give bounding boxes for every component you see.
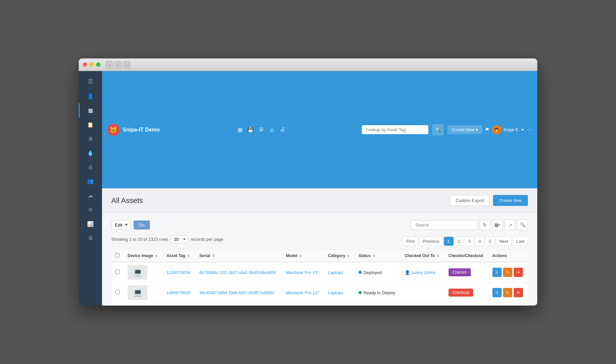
header-asset-tag[interactable]: Asset Tag ⇅ [162, 250, 195, 262]
status-cell: Ready to Deploy [355, 283, 401, 303]
share-icon[interactable]: ⋯ [527, 127, 532, 133]
header-checked-out-to[interactable]: Checked Out To ⇅ [401, 250, 445, 262]
prev-page-button[interactable]: Previous [419, 237, 443, 246]
minimize-button[interactable] [89, 62, 94, 67]
forward-button[interactable]: › [114, 61, 122, 68]
category-cell: Laptops [324, 262, 355, 283]
delete-button[interactable]: ✕ [514, 268, 523, 277]
actions-cell: ⎘ ✎ ✕ [488, 283, 528, 303]
custom-export-button[interactable]: Custom Export [450, 195, 490, 206]
sidebar-item-monitor[interactable]: 🖥 [79, 231, 102, 245]
action-buttons: ⎘ ✎ ✕ [492, 268, 524, 277]
edit-button[interactable]: ✎ [503, 268, 512, 277]
header-checkin-checkout: Checkin/Checkout [445, 250, 488, 262]
header-serial[interactable]: Serial ⇅ [195, 250, 282, 262]
asset-tag-link[interactable]: 1486679526 [166, 290, 190, 295]
checked-out-link[interactable]: 👤 Joany Johns [405, 270, 436, 275]
delete-button[interactable]: ✕ [514, 288, 523, 297]
last-page-button[interactable]: Last [512, 237, 528, 246]
sidebar-item-licenses[interactable]: 📋 [79, 118, 102, 132]
search-input[interactable] [411, 220, 477, 230]
per-page-select[interactable]: 20 50 100 [171, 235, 188, 243]
app-body: ☰ 👤 ▦ 📋 🖥 💧 🖨 👥 ☁ [79, 71, 537, 306]
nav-icon-print[interactable]: 🖨 [280, 127, 285, 133]
columns-button[interactable]: ▦ ▾ [492, 220, 503, 230]
download-export-button[interactable]: ↓ ▾ [505, 220, 515, 230]
page-4-button[interactable]: 4 [475, 237, 484, 246]
serial-link[interactable]: 8b7908bb-1101-3b27-a3a1-86d5536e0854 [199, 270, 276, 275]
sidebar-item-people[interactable]: 👥 [79, 174, 102, 188]
page-3-button[interactable]: 3 [464, 237, 474, 246]
sidebar-item-accessories[interactable]: 🖥 [79, 132, 102, 146]
serial-cell: 49cd0487-0994-39d6-b967-b93f57a48982 [195, 283, 282, 303]
nav-icon-screen[interactable]: 🖥 [258, 127, 264, 133]
model-link[interactable]: Macbook Pro 13" [286, 270, 319, 275]
sidebar-toggle[interactable]: ☰ [79, 74, 102, 89]
page-2-button[interactable]: 2 [454, 237, 464, 246]
next-page-button[interactable]: Next [496, 237, 512, 246]
sidebar-item-consumables[interactable]: 💧 [79, 146, 102, 160]
user-avatar: 🧑 [492, 125, 501, 135]
page-5-button[interactable]: 5 [485, 237, 495, 246]
header-actions: Actions [488, 250, 528, 262]
asset-tag-link[interactable]: 1226076034 [166, 270, 190, 275]
copy-button[interactable]: ⎘ [492, 268, 502, 277]
sidebar-item-upload[interactable]: ☁ [79, 188, 102, 203]
row-checkbox[interactable] [115, 290, 120, 294]
sidebar-item-assets[interactable]: ▦ [79, 103, 102, 118]
asset-tag-cell: 245034194 [162, 303, 195, 306]
sort-icon-status: ⇅ [372, 254, 375, 258]
user-menu[interactable]: 🧑 Snipe E. ▾ [492, 125, 524, 135]
category-link[interactable]: Laptops [328, 290, 343, 295]
category-link[interactable]: Laptops [328, 270, 343, 275]
nav-icon-drop[interactable]: 💧 [268, 127, 275, 133]
sort-icon-asset-tag: ⇅ [187, 254, 190, 258]
header-model[interactable]: Model ⇅ [282, 250, 324, 262]
first-page-button[interactable]: First [403, 237, 418, 246]
refresh-button[interactable]: ↻ [479, 220, 490, 230]
main-content: All Assets Custom Export Create New Edit [102, 188, 537, 306]
create-new-nav-button[interactable]: Create New ▾ [448, 125, 482, 134]
flag-icon[interactable]: ⚑ [485, 127, 489, 133]
download-export-icon: ↓ [508, 222, 510, 228]
device-image-cell: 💻 [124, 262, 162, 283]
people-icon: 👥 [87, 178, 94, 184]
checkin-button[interactable]: Checkin [449, 268, 471, 276]
table-body: 💻 1226076034 8b7908bb-1101-3b27-a3a1-86d… [111, 262, 528, 306]
back-button[interactable]: ‹ [106, 61, 113, 68]
row-checkbox[interactable] [115, 270, 120, 274]
row-checkbox-cell [111, 262, 124, 283]
sidebar-item-settings[interactable]: ⚙ [79, 203, 102, 217]
copy-button[interactable]: ⎘ [492, 288, 502, 297]
sidebar-item-reports[interactable]: 📊 [79, 217, 102, 231]
checkin-checkout-cell: Checkout [445, 303, 488, 306]
checkout-button[interactable]: Checkout [449, 289, 473, 297]
bulk-action-select[interactable]: Edit [111, 220, 131, 230]
user-dropdown-icon: ▾ [522, 127, 524, 132]
asset-tag-cell: 1226076034 [162, 262, 195, 283]
maximize-button[interactable] [96, 62, 100, 67]
serial-link[interactable]: 49cd0487-0994-39d6-b967-b93f57a48982 [199, 291, 274, 295]
download-button[interactable]: ↓ [123, 61, 130, 68]
header-status[interactable]: Status ⇅ [355, 250, 401, 262]
edit-button[interactable]: ✎ [503, 288, 512, 297]
nav-icon-dashboard[interactable]: ▦ [238, 127, 243, 133]
header-category[interactable]: Category ⇅ [324, 250, 355, 262]
checked-out-cell: 👤 Joany Johns [401, 262, 445, 283]
sidebar-item-printers[interactable]: 🖨 [79, 160, 102, 174]
page-1-button[interactable]: 1 [444, 237, 454, 246]
status-dot [359, 291, 362, 294]
table-search-button[interactable]: 🔍 [517, 220, 528, 230]
records-info: Showing 1 to 20 of 1323 rows 20 50 100 r… [111, 235, 224, 243]
nav-icons: ▦ 💾 🖥 💧 🖨 [164, 127, 358, 133]
asset-tag-search-button[interactable]: 🔍 [432, 124, 444, 136]
asset-tag-input[interactable] [362, 125, 428, 134]
nav-icon-save[interactable]: 💾 [247, 127, 254, 133]
sidebar-item-dashboard[interactable]: 👤 [79, 89, 102, 103]
create-new-button[interactable]: Create New [493, 195, 528, 206]
model-link[interactable]: Macbook Pro 13" [286, 290, 319, 295]
asset-tag-cell: 1486679526 [162, 283, 195, 303]
select-all-checkbox[interactable] [115, 253, 120, 257]
go-button[interactable]: Go [134, 221, 150, 229]
close-button[interactable] [83, 62, 87, 67]
